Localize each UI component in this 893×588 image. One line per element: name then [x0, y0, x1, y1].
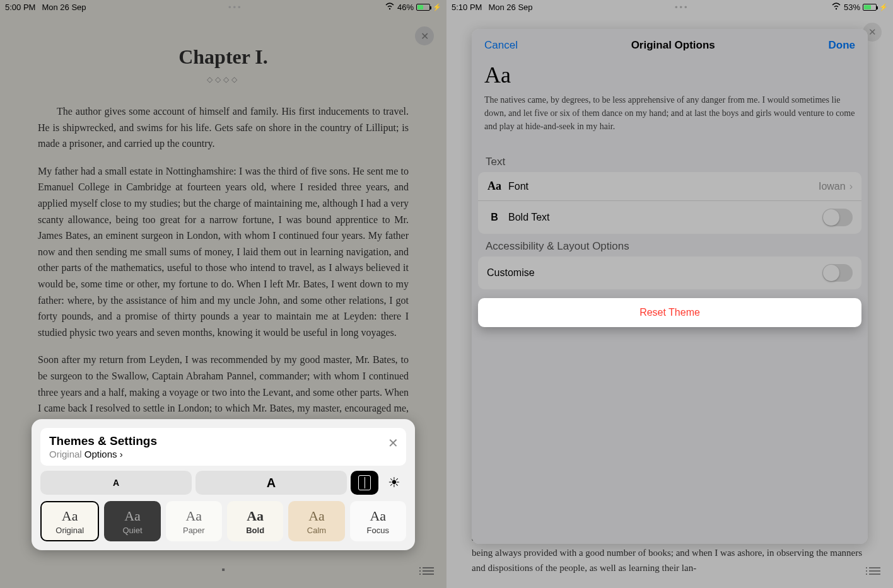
toc-button[interactable] — [869, 565, 880, 579]
battery-percent: 46% — [397, 3, 414, 12]
charging-icon: ⚡ — [879, 3, 888, 11]
close-icon[interactable]: ✕ — [415, 26, 434, 45]
sheet-title: Themes & Settings — [49, 434, 397, 448]
customise-toggle[interactable] — [822, 264, 853, 282]
theme-focus[interactable]: AaFocus — [350, 501, 406, 541]
section-text-label: Text — [472, 149, 868, 172]
customise-row: Customise — [478, 257, 861, 289]
themes-settings-sheet: Themes & Settings Original Options › ✕ A… — [32, 419, 415, 550]
battery-icon — [863, 4, 877, 11]
brightness-button[interactable]: ☀ — [382, 471, 406, 495]
close-icon[interactable]: ✕ — [388, 435, 399, 451]
sheet-subtitle[interactable]: Original Options › — [49, 449, 397, 459]
section-accessibility-label: Accessibility & Layout Options — [472, 234, 868, 257]
themes-row: AaOriginal AaQuiet AaPaper AaBold AaCalm… — [40, 501, 406, 541]
reset-theme-button[interactable]: Reset Theme — [478, 298, 861, 327]
chevron-right-icon: › — [120, 449, 123, 459]
status-time: 5:10 PM — [452, 3, 482, 12]
wifi-icon — [831, 3, 841, 12]
charging-icon: ⚡ — [433, 3, 441, 11]
chevron-right-icon: › — [849, 181, 853, 192]
right-screenshot: 5:10 PM Mon 26 Sep ••• 53% ⚡ ✕ addition … — [446, 0, 893, 588]
left-screenshot: 5:00 PM Mon 26 Sep ••• 46% ⚡ ✕ Chapter I… — [0, 0, 446, 588]
preview-block: Aa The natives came, by degrees, to be l… — [472, 62, 868, 146]
list-icon — [869, 565, 880, 577]
list-icon — [423, 565, 434, 577]
preview-text: The natives came, by degrees, to be less… — [484, 93, 855, 133]
preview-sample: Aa — [484, 62, 855, 88]
bold-toggle[interactable] — [822, 209, 853, 226]
page-mode-icon — [358, 475, 371, 490]
paragraph: The author gives some account of himself… — [38, 103, 409, 152]
status-bar: 5:10 PM Mon 26 Sep ••• 53% ⚡ — [446, 0, 893, 14]
theme-original[interactable]: AaOriginal — [40, 501, 99, 541]
svg-point-0 — [389, 8, 390, 9]
sun-icon: ☀ — [388, 475, 400, 491]
theme-paper[interactable]: AaPaper — [166, 501, 222, 541]
sheet-header: Themes & Settings Original Options › ✕ — [40, 428, 406, 466]
multitask-dots[interactable]: ••• — [86, 3, 385, 12]
theme-calm[interactable]: AaCalm — [288, 501, 344, 541]
status-date: Mon 26 Sep — [488, 3, 532, 12]
battery-percent: 53% — [844, 3, 860, 12]
bold-icon: B — [487, 212, 502, 223]
theme-bold[interactable]: AaBold — [227, 501, 283, 541]
status-bar: 5:00 PM Mon 26 Sep ••• 46% ⚡ — [0, 0, 446, 14]
increase-text-button[interactable]: A — [196, 471, 347, 495]
cancel-button[interactable]: Cancel — [484, 39, 518, 52]
status-time: 5:00 PM — [5, 3, 35, 12]
theme-quiet[interactable]: AaQuiet — [104, 501, 160, 541]
chapter-title: Chapter I. — [38, 45, 409, 69]
original-options-modal: Cancel Original Options Done Aa The nati… — [472, 29, 868, 544]
ornament-icon: ◇◇◇◇ — [38, 75, 409, 84]
paragraph: My father had a small estate in Nottingh… — [38, 163, 409, 341]
toc-button[interactable] — [423, 565, 434, 579]
modal-title: Original Options — [631, 39, 715, 52]
font-row[interactable]: Aa Font Iowan › — [478, 172, 861, 201]
decrease-text-button[interactable]: A — [40, 471, 192, 495]
bold-row: B Bold Text — [478, 201, 861, 234]
status-date: Mon 26 Sep — [42, 3, 86, 12]
svg-point-1 — [836, 8, 837, 9]
multitask-dots[interactable]: ••• — [533, 3, 831, 12]
scroll-mode-button[interactable] — [351, 471, 378, 495]
battery-icon — [416, 4, 430, 11]
font-icon: Aa — [487, 180, 502, 193]
wifi-icon — [385, 3, 395, 12]
done-button[interactable]: Done — [829, 39, 856, 52]
font-value: Iowan — [819, 181, 846, 192]
page-indicator: ▪ — [221, 564, 225, 575]
